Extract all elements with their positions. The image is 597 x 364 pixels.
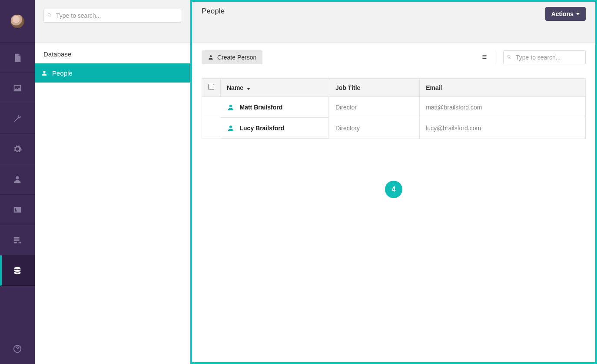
person-icon bbox=[227, 103, 235, 111]
table-header-row: Name Job Title Email bbox=[202, 79, 586, 97]
tree-search bbox=[43, 9, 181, 23]
main-panel: People Actions Create Person bbox=[190, 0, 597, 364]
select-all-checkbox[interactable] bbox=[208, 84, 214, 90]
tree-search-input[interactable] bbox=[43, 9, 181, 23]
row-email: matt@brailsford.com bbox=[420, 97, 586, 118]
tree-search-zone bbox=[35, 0, 190, 43]
toolbar-divider bbox=[495, 50, 495, 65]
table-search bbox=[503, 50, 586, 64]
table-row[interactable]: Lucy Brailsford Directory lucy@brailsfor… bbox=[202, 118, 586, 139]
search-icon bbox=[507, 53, 512, 61]
help-button[interactable] bbox=[0, 334, 35, 364]
user-icon bbox=[13, 175, 22, 184]
sort-desc-icon bbox=[247, 88, 250, 90]
card-icon bbox=[13, 205, 22, 215]
rail-item-users[interactable] bbox=[0, 164, 35, 195]
column-name[interactable]: Name bbox=[221, 79, 329, 97]
svg-point-2 bbox=[507, 55, 510, 58]
database-icon bbox=[13, 266, 22, 275]
row-name: Matt Brailsford bbox=[240, 104, 283, 111]
actions-button[interactable]: Actions bbox=[545, 7, 586, 21]
person-icon bbox=[41, 69, 48, 76]
user-avatar[interactable] bbox=[0, 0, 35, 43]
wrench-icon bbox=[13, 114, 22, 123]
document-icon bbox=[13, 53, 22, 63]
actions-label: Actions bbox=[551, 10, 574, 17]
column-name-label: Name bbox=[227, 84, 243, 91]
rail-item-forms[interactable] bbox=[0, 225, 35, 255]
rail-item-settings[interactable] bbox=[0, 134, 35, 164]
row-checkbox-cell[interactable] bbox=[202, 97, 221, 118]
tree-item-label: People bbox=[52, 69, 73, 77]
row-name: Lucy Brailsford bbox=[240, 125, 285, 132]
search-icon bbox=[47, 12, 52, 20]
layout-toggle[interactable] bbox=[482, 53, 487, 61]
chevron-down-icon bbox=[576, 13, 580, 15]
form-icon bbox=[13, 235, 22, 245]
person-icon bbox=[227, 124, 235, 132]
tree-section-title: Database bbox=[35, 43, 190, 63]
row-checkbox-cell[interactable] bbox=[202, 118, 221, 139]
nav-rail bbox=[0, 0, 35, 364]
column-job-title[interactable]: Job Title bbox=[329, 79, 420, 97]
row-job-title: Directory bbox=[329, 118, 420, 139]
list-icon bbox=[482, 54, 487, 60]
avatar-image bbox=[10, 14, 24, 28]
annotation-bubble: 4 bbox=[385, 181, 402, 198]
create-person-button[interactable]: Create Person bbox=[202, 50, 262, 64]
rail-item-database[interactable] bbox=[0, 255, 35, 286]
rail-item-settings-tools[interactable] bbox=[0, 103, 35, 134]
gear-icon bbox=[13, 144, 22, 154]
tree-panel: Database People bbox=[35, 0, 190, 364]
row-job-title: Director bbox=[329, 97, 420, 118]
row-name-cell[interactable]: Lucy Brailsford bbox=[221, 118, 329, 139]
create-label: Create Person bbox=[217, 54, 256, 61]
rail-item-members[interactable] bbox=[0, 195, 35, 225]
person-icon bbox=[208, 54, 214, 60]
column-select-all[interactable] bbox=[202, 79, 221, 97]
main-header: People Actions bbox=[192, 2, 595, 43]
svg-point-1 bbox=[48, 13, 50, 16]
people-table-wrap: Name Job Title Email Matt Brailsford bbox=[192, 65, 595, 139]
row-name-cell[interactable]: Matt Brailsford bbox=[221, 97, 329, 118]
table-search-input[interactable] bbox=[503, 50, 586, 64]
row-email: lucy@brailsford.com bbox=[420, 118, 586, 139]
help-icon bbox=[13, 344, 22, 354]
rail-item-content[interactable] bbox=[0, 43, 35, 73]
toolbar-right bbox=[482, 50, 586, 65]
column-email[interactable]: Email bbox=[420, 79, 586, 97]
page-title: People bbox=[202, 7, 225, 16]
table-row[interactable]: Matt Brailsford Director matt@brailsford… bbox=[202, 97, 586, 118]
tree-item-people[interactable]: People bbox=[35, 63, 190, 83]
image-icon bbox=[13, 83, 22, 93]
people-table: Name Job Title Email Matt Brailsford bbox=[202, 78, 586, 139]
rail-item-media[interactable] bbox=[0, 73, 35, 103]
main-toolbar: Create Person bbox=[192, 43, 595, 65]
